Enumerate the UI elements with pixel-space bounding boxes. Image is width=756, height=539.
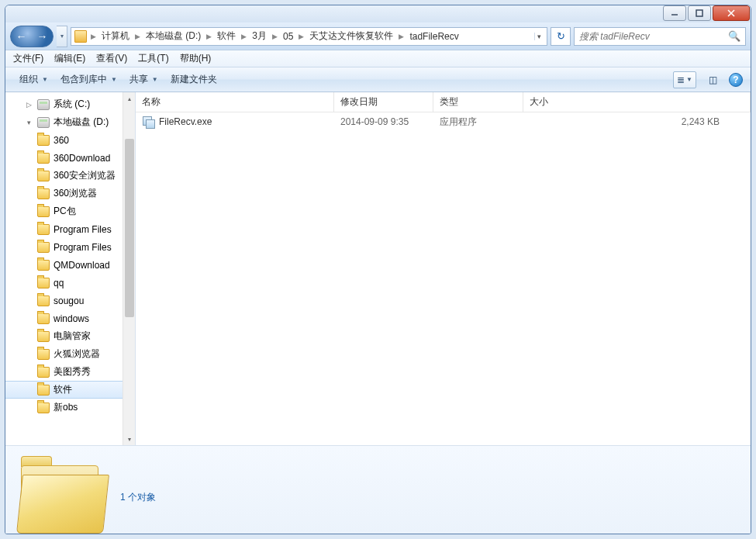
breadcrumb-dropdown[interactable]: ▾ — [534, 33, 544, 40]
tree-item-folder[interactable]: 360 — [5, 131, 135, 149]
search-icon[interactable]: 🔍 — [728, 30, 740, 42]
menubar: 文件(F) 编辑(E) 查看(V) 工具(T) 帮助(H) — [5, 50, 751, 67]
chevron-right-icon: ▶ — [270, 33, 280, 40]
breadcrumb-item[interactable]: 3月 — [250, 29, 268, 43]
breadcrumb-item[interactable]: 天艾达文件恢复软件 — [308, 29, 395, 43]
preview-pane-button[interactable]: ◫ — [701, 71, 724, 88]
body: ▷ 系统 (C:) ▾ 本地磁盘 (D:) 360360Download360安… — [5, 92, 751, 445]
tree-item-folder[interactable]: 360Download — [5, 149, 135, 167]
menu-edit[interactable]: 编辑(E) — [54, 52, 85, 65]
toolbar-include[interactable]: 包含到库中▼ — [54, 67, 123, 92]
scroll-thumb[interactable] — [125, 139, 134, 317]
chevron-right-icon: ▶ — [239, 33, 249, 40]
column-size[interactable]: 大小 — [523, 92, 751, 112]
toolbar-include-label: 包含到库中 — [60, 73, 107, 86]
tree-label: 系统 (C:) — [54, 98, 90, 111]
folder-icon — [37, 331, 50, 342]
details-pane: 1 个对象 — [5, 445, 751, 534]
menu-file[interactable]: 文件(F) — [13, 52, 43, 65]
folder-icon — [37, 224, 50, 235]
scroll-down-icon[interactable]: ▾ — [123, 433, 136, 445]
column-name[interactable]: 名称 — [136, 92, 334, 112]
nav-history-dropdown[interactable]: ▾ — [57, 26, 67, 47]
tree-item-folder[interactable]: Program Files — [5, 220, 135, 238]
address-bar-row: ← → ▾ ▶ 计算机 ▶ 本地磁盘 (D:) ▶ 软件 ▶ 3月 ▶ 05 ▶… — [5, 22, 751, 50]
breadcrumb-item[interactable]: 计算机 — [100, 29, 131, 43]
help-icon[interactable]: ? — [729, 73, 743, 87]
chevron-right-icon: ▶ — [133, 33, 143, 40]
tree-label: 本地磁盘 (D:) — [54, 116, 109, 129]
chevron-right-icon: ▶ — [396, 33, 406, 40]
refresh-button[interactable]: ↻ — [551, 27, 571, 46]
search-input[interactable] — [579, 31, 727, 42]
expand-icon[interactable]: ▷ — [25, 100, 33, 109]
window-controls — [661, 5, 750, 21]
file-date: 2014-09-09 9:35 — [334, 116, 433, 127]
tree-label: QMDownload — [54, 260, 110, 271]
tree-item-folder[interactable]: sougou — [5, 292, 135, 309]
scroll-up-icon[interactable]: ▴ — [123, 92, 136, 105]
folder-icon — [37, 153, 50, 164]
tree-label: Program Files — [54, 224, 112, 235]
menu-tools[interactable]: 工具(T) — [138, 52, 168, 65]
tree-item-local-d[interactable]: ▾ 本地磁盘 (D:) — [5, 113, 135, 131]
tree-label: sougou — [54, 295, 84, 306]
view-mode-button[interactable]: ≣ ▼ — [673, 71, 696, 88]
tree-item-folder[interactable]: 火狐浏览器 — [5, 345, 135, 363]
column-type[interactable]: 类型 — [433, 92, 523, 112]
folder-icon — [37, 171, 50, 181]
folder-icon — [37, 349, 50, 360]
tree-item-folder[interactable]: 软件 — [5, 381, 135, 399]
details-summary: 1 个对象 — [120, 491, 156, 504]
folder-icon — [37, 367, 50, 378]
folder-icon — [37, 278, 50, 289]
folder-icon — [37, 135, 50, 146]
file-row[interactable]: FileRecv.exe 2014-09-09 9:35 应用程序 2,243 … — [136, 112, 751, 130]
tree-item-folder[interactable]: 美图秀秀 — [5, 363, 135, 381]
menu-help[interactable]: 帮助(H) — [180, 52, 212, 65]
back-button[interactable]: ← — [12, 27, 31, 46]
tree-item-folder[interactable]: 360安全浏览器 — [5, 167, 135, 185]
tree-label: 美图秀秀 — [54, 365, 91, 378]
toolbar-newfolder[interactable]: 新建文件夹 — [164, 67, 223, 92]
folder-icon — [74, 30, 87, 43]
tree-label: 360安全浏览器 — [54, 169, 116, 182]
menu-view[interactable]: 查看(V) — [96, 52, 127, 65]
breadcrumb-item[interactable]: tadFileRecv — [408, 31, 460, 42]
maximize-button[interactable] — [688, 5, 711, 21]
breadcrumb-item[interactable]: 软件 — [216, 29, 237, 43]
forward-button[interactable]: → — [33, 27, 52, 46]
tree-label: 电脑管家 — [54, 330, 91, 343]
folder-icon — [37, 242, 50, 253]
tree-item-folder[interactable]: PC包 — [5, 202, 135, 220]
breadcrumb[interactable]: ▶ 计算机 ▶ 本地磁盘 (D:) ▶ 软件 ▶ 3月 ▶ 05 ▶ 天艾达文件… — [71, 27, 547, 46]
breadcrumb-item[interactable]: 05 — [281, 31, 295, 42]
toolbar-share[interactable]: 共享▼ — [123, 67, 164, 92]
close-button[interactable] — [713, 5, 750, 21]
tree-item-folder[interactable]: windows — [5, 309, 135, 327]
sidebar: ▷ 系统 (C:) ▾ 本地磁盘 (D:) 360360Download360安… — [5, 92, 136, 445]
tree-item-folder[interactable]: Program Files — [5, 238, 135, 256]
chevron-down-icon: ▼ — [111, 76, 117, 83]
toolbar-organize-label: 组织 — [19, 73, 38, 86]
tree-item-folder[interactable]: QMDownload — [5, 256, 135, 274]
collapse-icon[interactable]: ▾ — [25, 118, 33, 126]
minimize-button[interactable] — [663, 5, 686, 21]
tree-item-folder[interactable]: 新obs — [5, 399, 135, 416]
chevron-right-icon: ▶ — [296, 33, 306, 40]
svg-rect-1 — [696, 10, 702, 16]
tree-label: windows — [54, 313, 89, 324]
tree-item-system-c[interactable]: ▷ 系统 (C:) — [5, 95, 135, 113]
column-date[interactable]: 修改日期 — [334, 92, 433, 112]
search-box[interactable]: 🔍 — [574, 27, 746, 46]
tree-item-folder[interactable]: 电脑管家 — [5, 327, 135, 345]
tree-item-folder[interactable]: qq — [5, 274, 135, 292]
file-list: 名称 修改日期 类型 大小 FileRecv.exe 2014-09-09 9:… — [136, 92, 751, 445]
breadcrumb-item[interactable]: 本地磁盘 (D:) — [144, 29, 202, 43]
tree-label: Program Files — [54, 242, 112, 253]
sidebar-scrollbar[interactable]: ▴ ▾ — [123, 92, 135, 445]
tree-item-folder[interactable]: 360浏览器 — [5, 185, 135, 202]
toolbar-organize[interactable]: 组织▼ — [13, 67, 54, 92]
tree-label: 软件 — [54, 383, 72, 396]
drive-icon — [37, 117, 50, 128]
